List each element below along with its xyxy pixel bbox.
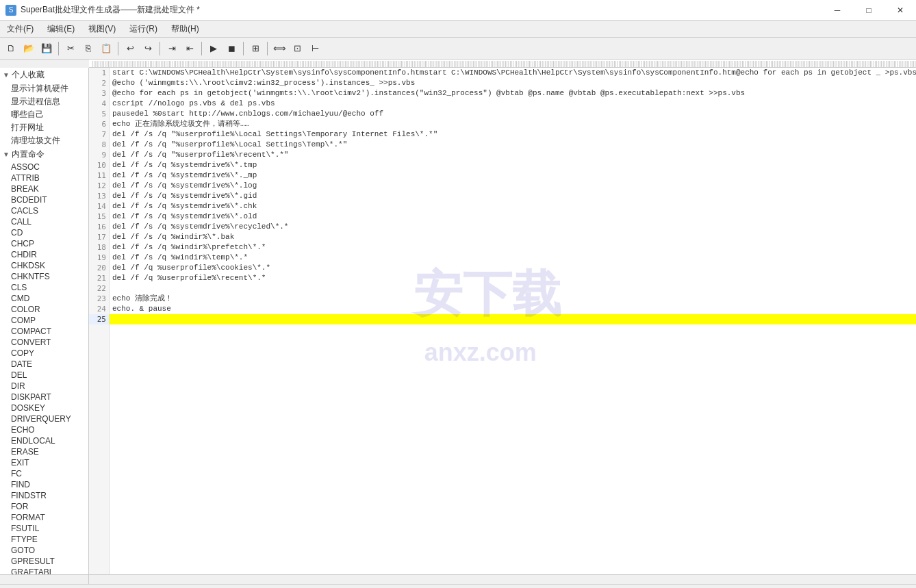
sidebar-item-DISKPART[interactable]: DISKPART	[0, 392, 88, 402]
code-line-13[interactable]: del /f /s /q %systemdrive%\*.gid	[110, 191, 916, 201]
code-line-7[interactable]: del /f /s /q "%userprofile%\Local Settin…	[110, 129, 916, 140]
sidebar[interactable]: ▼个人收藏显示计算机硬件显示进程信息哪些自己打开网址清理垃圾文件▼内置命令ASS…	[0, 68, 89, 574]
code-line-20[interactable]: del /f /q %userprofile%\cookies\*.*	[110, 263, 916, 273]
line-num-19: 19	[89, 253, 109, 263]
sep1	[58, 42, 59, 55]
code-line-21[interactable]: del /f /q %userprofile%\recent\*.*	[110, 273, 916, 283]
sidebar-item-ECHO[interactable]: ECHO	[0, 424, 88, 435]
code-line-22[interactable]	[110, 283, 916, 294]
sidebar-item-显示计算机硬件[interactable]: 显示计算机硬件	[0, 82, 88, 95]
menu-item-文件(F)[interactable]: 文件(F)	[0, 21, 40, 37]
format-button[interactable]: ⊞	[247, 40, 264, 57]
minimize-button[interactable]: ─	[822, 0, 853, 21]
save-button[interactable]: 💾	[38, 40, 55, 57]
sidebar-item-COMP[interactable]: COMP	[0, 315, 88, 326]
sidebar-item-FORMAT[interactable]: FORMAT	[0, 512, 88, 523]
maximize-button[interactable]: □	[853, 0, 885, 21]
sidebar-item-显示进程信息[interactable]: 显示进程信息	[0, 95, 88, 108]
sidebar-section-内置命令[interactable]: ▼内置命令	[0, 147, 88, 162]
menu-item-视图(V)[interactable]: 视图(V)	[81, 21, 123, 37]
paste-button[interactable]: 📋	[98, 40, 114, 57]
sidebar-item-FIND[interactable]: FIND	[0, 479, 88, 490]
sidebar-item-CD[interactable]: CD	[0, 227, 88, 238]
sidebar-item-GOTO[interactable]: GOTO	[0, 545, 88, 556]
code-line-12[interactable]: del /f /s /q %systemdrive%\*.log	[110, 181, 916, 191]
hscroll-area	[0, 574, 916, 584]
code-line-4[interactable]: cscript //nologo ps.vbs & del ps.vbs	[110, 99, 916, 109]
sidebar-section-个人收藏[interactable]: ▼个人收藏	[0, 68, 88, 82]
new-button[interactable]: 🗋	[3, 40, 19, 57]
undo-button[interactable]: ↩	[122, 40, 138, 57]
code-line-15[interactable]: del /f /s /q %systemdrive%\*.old	[110, 212, 916, 222]
sidebar-item-ASSOC[interactable]: ASSOC	[0, 162, 88, 172]
code-line-17[interactable]: del /f /s /q %windir%\*.bak	[110, 232, 916, 242]
sidebar-item-CALL[interactable]: CALL	[0, 216, 88, 227]
code-line-10[interactable]: del /f /s /q %systemdrive%\*.tmp	[110, 160, 916, 170]
sidebar-item-清理垃圾文件[interactable]: 清理垃圾文件	[0, 134, 88, 147]
code-line-9[interactable]: del /f /s /q "%userprofile%\recent\*.*"	[110, 150, 916, 160]
redo-button[interactable]: ↪	[140, 40, 156, 57]
sidebar-item-DATE[interactable]: DATE	[0, 359, 88, 370]
sidebar-item-DOSKEY[interactable]: DOSKEY	[0, 402, 88, 413]
sidebar-item-FTYPE[interactable]: FTYPE	[0, 534, 88, 545]
code-line-18[interactable]: del /f /s /q %windir%\prefetch\*.*	[110, 242, 916, 253]
indent-button[interactable]: ⇥	[164, 40, 180, 57]
sidebar-item-CHKDSK[interactable]: CHKDSK	[0, 260, 88, 271]
sidebar-item-COMPACT[interactable]: COMPACT	[0, 326, 88, 337]
end-button[interactable]: ⊢	[307, 40, 323, 57]
sidebar-item-CHCP[interactable]: CHCP	[0, 238, 88, 249]
code-line-11[interactable]: del /f /s /q %systemdrive%\*._mp	[110, 170, 916, 181]
sidebar-item-CACLS[interactable]: CACLS	[0, 205, 88, 216]
code-line-23[interactable]: echo 清除完成！	[110, 294, 916, 304]
code-line-2[interactable]: @echo ('winmgmts:\\.\root\cimv2:win32_pr…	[110, 78, 916, 88]
cut-button[interactable]: ✂	[62, 40, 79, 57]
sidebar-item-BCDEDIT[interactable]: BCDEDIT	[0, 194, 88, 205]
code-line-8[interactable]: del /f /s /q "%userprofile%\Local Settin…	[110, 140, 916, 150]
arrows-button[interactable]: ⟺	[271, 40, 288, 57]
sidebar-item-DRIVERQUERY[interactable]: DRIVERQUERY	[0, 413, 88, 424]
run-button[interactable]: ▶	[205, 40, 222, 57]
open-button[interactable]: 📂	[21, 40, 37, 57]
code-line-25[interactable]	[110, 314, 916, 324]
sidebar-item-GPRESULT[interactable]: GPRESULT	[0, 556, 88, 567]
sidebar-item-CMD[interactable]: CMD	[0, 293, 88, 304]
code-line-5[interactable]: pausedel %0start http://www.cnblogs.com/…	[110, 109, 916, 119]
stop-button[interactable]: ◼	[223, 40, 240, 57]
code-line-24[interactable]: echo. & pause	[110, 304, 916, 314]
menu-item-帮助(H)[interactable]: 帮助(H)	[164, 21, 206, 37]
sidebar-item-ERASE[interactable]: ERASE	[0, 446, 88, 457]
code-line-3[interactable]: @echo for each ps in getobject('winmgmts…	[110, 88, 916, 99]
menu-item-运行(R)[interactable]: 运行(R)	[123, 21, 164, 37]
sidebar-item-GRAFTABL[interactable]: GRAFTABL	[0, 567, 88, 574]
code-area[interactable]: start C:\WINDOWS\PCHealth\HelpCtr\System…	[110, 68, 916, 574]
sidebar-item-COLOR[interactable]: COLOR	[0, 304, 88, 315]
sidebar-item-CONVERT[interactable]: CONVERT	[0, 337, 88, 348]
sidebar-item-ENDLOCAL[interactable]: ENDLOCAL	[0, 435, 88, 446]
sidebar-item-FOR[interactable]: FOR	[0, 501, 88, 512]
sidebar-item-COPY[interactable]: COPY	[0, 348, 88, 359]
sidebar-item-FINDSTR[interactable]: FINDSTR	[0, 490, 88, 501]
close-button[interactable]: ✕	[885, 0, 916, 21]
sidebar-item-打开网址[interactable]: 打开网址	[0, 121, 88, 134]
outdent-button[interactable]: ⇤	[181, 40, 198, 57]
menu-item-编辑(E)[interactable]: 编辑(E)	[40, 21, 81, 37]
code-line-14[interactable]: del /f /s /q %systemdrive%\*.chk	[110, 201, 916, 212]
sidebar-item-CHKNTFS[interactable]: CHKNTFS	[0, 271, 88, 282]
code-line-1[interactable]: start C:\WINDOWS\PCHealth\HelpCtr\System…	[110, 68, 916, 78]
wrap-button[interactable]: ⊡	[289, 40, 305, 57]
sidebar-item-EXIT[interactable]: EXIT	[0, 457, 88, 468]
sidebar-item-ATTRIB[interactable]: ATTRIB	[0, 172, 88, 183]
copy-button[interactable]: ⎘	[80, 40, 97, 57]
sidebar-item-CHDIR[interactable]: CHDIR	[0, 249, 88, 260]
sidebar-item-哪些自己[interactable]: 哪些自己	[0, 108, 88, 121]
sidebar-item-BREAK[interactable]: BREAK	[0, 183, 88, 194]
sidebar-item-DIR[interactable]: DIR	[0, 381, 88, 392]
sidebar-item-FC[interactable]: FC	[0, 468, 88, 479]
code-line-6[interactable]: echo 正在清除系统垃圾文件，请稍等……	[110, 119, 916, 129]
sidebar-item-FSUTIL[interactable]: FSUTIL	[0, 523, 88, 534]
sidebar-item-DEL[interactable]: DEL	[0, 370, 88, 381]
status-bar	[0, 584, 916, 588]
sidebar-item-CLS[interactable]: CLS	[0, 282, 88, 293]
code-line-19[interactable]: del /f /s /q %windir%\temp\*.*	[110, 253, 916, 263]
code-line-16[interactable]: del /f /s /q %systemdrive%\recycled\*.*	[110, 222, 916, 232]
